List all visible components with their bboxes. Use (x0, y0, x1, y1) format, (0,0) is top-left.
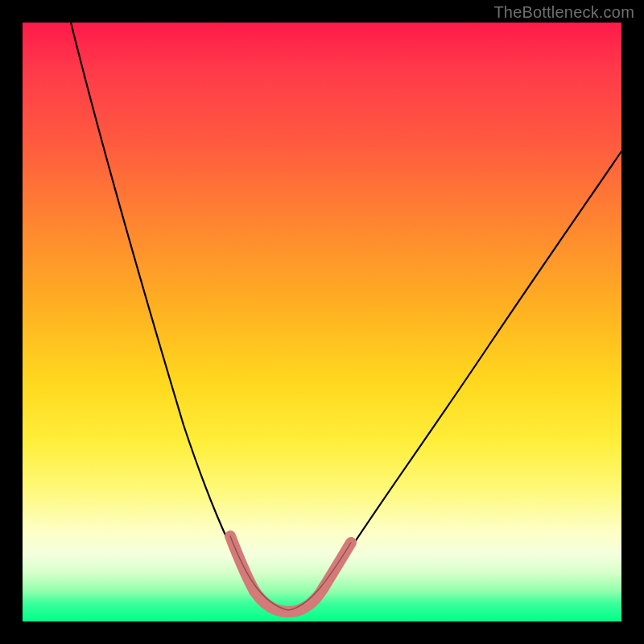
plot-area (23, 23, 621, 621)
highlight-trough (254, 588, 324, 612)
watermark-text: TheBottleneck.com (493, 3, 634, 22)
chart-frame: TheBottleneck.com (0, 0, 644, 644)
curve-layer (23, 23, 621, 621)
bottleneck-curve (71, 23, 621, 610)
